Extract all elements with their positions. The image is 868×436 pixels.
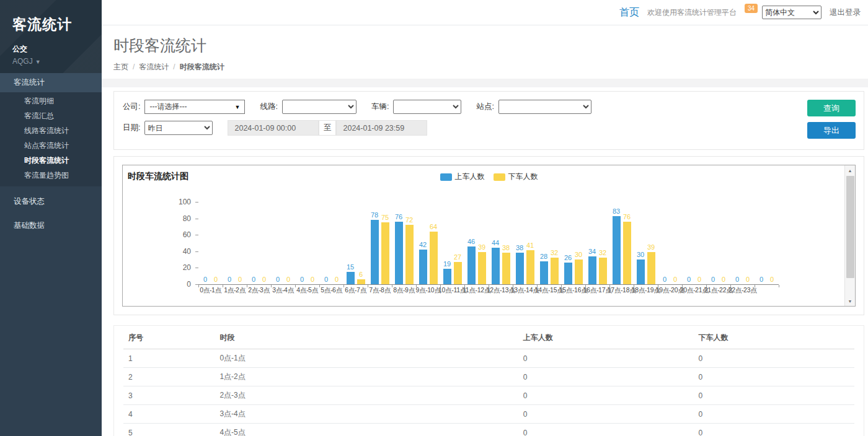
col-header-boarding: 上车人数 — [518, 326, 694, 349]
line-select[interactable] — [282, 100, 356, 114]
line-label: 线路: — [260, 102, 277, 112]
bar-group: 3039 — [634, 243, 658, 284]
bar-group: 00 — [706, 276, 730, 284]
vehicle-select[interactable] — [393, 100, 461, 114]
welcome-text: 欢迎使用客流统计管理平台 — [647, 7, 737, 18]
legend-swatch-icon — [440, 173, 452, 181]
sidebar-item-passenger-stats[interactable]: 客流统计 — [0, 73, 102, 92]
bar-value-label: 27 — [454, 253, 461, 261]
bar — [478, 252, 486, 284]
x-axis-label: 10点-11点 — [440, 285, 464, 295]
bar-group: 00 — [658, 276, 682, 284]
x-axis-label: 3点-4点 — [271, 285, 295, 295]
bar-group: 00 — [730, 276, 755, 284]
bar — [357, 279, 365, 284]
scroll-down-icon[interactable]: ▼ — [845, 296, 855, 306]
col-header-alighting: 下车人数 — [694, 326, 854, 349]
legend-label: 上车人数 — [455, 172, 485, 182]
chart-legend: 上车人数下车人数 — [440, 172, 538, 182]
chart-plot: 020406080100 000000000000156787576724264… — [128, 191, 840, 295]
y-axis-tick-label: 60 — [183, 231, 191, 239]
company-select[interactable]: ---请选择--- ▼ — [144, 100, 245, 114]
sidebar-nav: 客流统计 客流明细客流汇总线路客流统计站点客流统计时段客流统计客流量趋势图 设备… — [0, 73, 102, 235]
bar-value-label: 0 — [722, 276, 725, 283]
export-button[interactable]: 导出 — [807, 122, 856, 139]
bar — [371, 220, 379, 284]
chart-box: 时段车流统计图 上车人数下车人数 020406080100 0000000000… — [122, 165, 856, 307]
date-to-input[interactable] — [336, 120, 427, 136]
sidebar-other-items: 设备状态基础数据 — [0, 192, 102, 235]
home-link[interactable]: 首页 — [619, 6, 639, 19]
user-menu[interactable]: AQGJ▼ — [12, 57, 102, 66]
bar — [502, 253, 510, 284]
bar — [516, 253, 524, 284]
breadcrumb-section[interactable]: 客流统计 — [139, 63, 169, 71]
sidebar-subitem[interactable]: 客流汇总 — [0, 108, 102, 123]
bar-group: 00 — [295, 276, 319, 284]
station-select[interactable] — [498, 100, 591, 114]
bar-value-label: 0 — [746, 276, 750, 283]
table-cell: 4点-5点 — [215, 424, 518, 436]
x-axis-label: 1点-2点 — [223, 285, 247, 295]
table-row: 54点-5点00 — [123, 424, 854, 436]
topbar: 首页 欢迎使用客流统计管理平台 34 简体中文 退出登录 — [102, 0, 868, 25]
sidebar-item[interactable]: 设备状态 — [0, 192, 102, 211]
bar-value-label: 0 — [687, 276, 691, 283]
data-table: 序号 时段 上车人数 下车人数 10点-1点0021点-2点0032点-3点00… — [123, 326, 854, 436]
sidebar-subitem[interactable]: 客流明细 — [0, 94, 102, 108]
bar-value-label: 28 — [540, 253, 547, 260]
x-axis-label: 4点-5点 — [295, 285, 319, 295]
scroll-up-icon[interactable]: ▲ — [845, 165, 855, 175]
bar — [347, 272, 355, 284]
chart-vertical-scrollbar[interactable]: ▲ ▼ — [844, 165, 855, 306]
x-axis-label: 5点-6点 — [319, 285, 343, 295]
dropdown-arrow-icon: ▼ — [235, 104, 241, 110]
bar-value-label: 75 — [381, 214, 389, 221]
y-axis: 020406080100 — [128, 203, 198, 285]
bar-value-label: 0 — [262, 276, 266, 283]
date-preset-select[interactable]: 昨日 — [144, 121, 213, 135]
bar-value-label: 0 — [286, 276, 290, 283]
bar-group: 00 — [319, 276, 343, 284]
breadcrumb-home[interactable]: 主页 — [113, 63, 128, 71]
bar-value-label: 26 — [564, 254, 572, 261]
legend-item[interactable]: 下车人数 — [494, 172, 538, 182]
sidebar-item[interactable]: 基础数据 — [0, 216, 102, 235]
language-select[interactable]: 简体中文 — [762, 6, 822, 19]
bar-value-label: 38 — [516, 244, 523, 251]
bar — [381, 222, 389, 284]
x-axis-label: 14点-15点 — [537, 285, 561, 295]
sidebar-subitem[interactable]: 站点客流统计 — [0, 138, 102, 153]
sidebar-subitem[interactable]: 时段客流统计 — [0, 153, 102, 168]
bar-group: 00 — [223, 276, 247, 284]
query-button[interactable]: 查询 — [807, 100, 856, 116]
bar — [405, 225, 414, 284]
y-axis-tick-label: 100 — [179, 198, 191, 206]
legend-item[interactable]: 上车人数 — [440, 172, 485, 182]
bar-value-label: 0 — [324, 276, 328, 283]
bar-group: 00 — [198, 276, 223, 284]
table-cell: 0 — [518, 368, 694, 386]
bar — [623, 222, 631, 284]
bar-value-label: 76 — [623, 213, 631, 220]
bar — [575, 259, 583, 284]
bar-value-label: 19 — [443, 260, 451, 268]
bar-group: 1927 — [440, 253, 464, 284]
bar — [647, 252, 655, 284]
bar-group: 8376 — [609, 207, 634, 284]
logout-link[interactable]: 退出登录 — [830, 7, 861, 18]
scrollbar-thumb[interactable] — [846, 176, 854, 278]
breadcrumb: 主页/客流统计/时段客流统计 — [113, 62, 868, 72]
sidebar-subitem[interactable]: 客流量趋势图 — [0, 168, 102, 183]
bar-value-label: 76 — [395, 213, 402, 220]
x-axis-label: 22点-23点 — [730, 285, 755, 295]
y-axis-tick-label: 40 — [183, 248, 191, 256]
bar-group: 2832 — [537, 249, 561, 284]
legend-label: 下车人数 — [508, 172, 538, 182]
sidebar-subitem[interactable]: 线路客流统计 — [0, 123, 102, 138]
date-from-input[interactable] — [228, 120, 319, 136]
bar-value-label: 83 — [613, 207, 620, 215]
vehicle-label: 车辆: — [371, 102, 389, 112]
bar-group: 7875 — [368, 211, 392, 284]
bar — [588, 256, 596, 284]
